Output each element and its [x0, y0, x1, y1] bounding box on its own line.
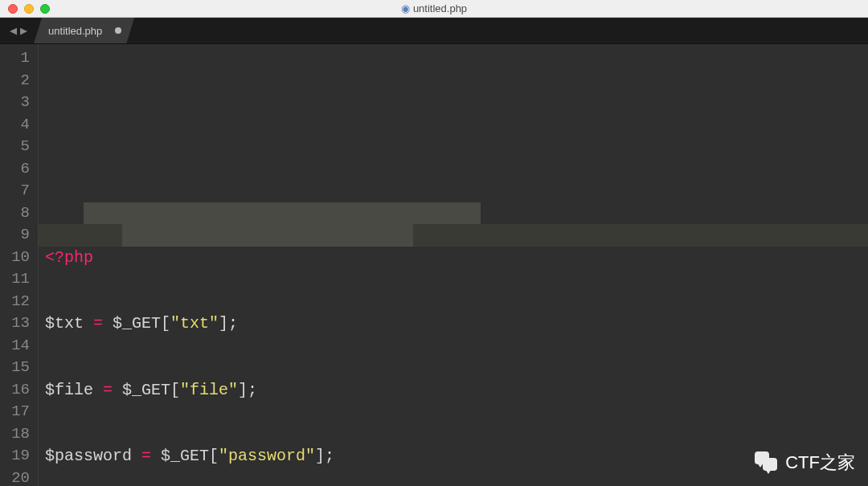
editor[interactable]: 1234567891011121314151617181920 <?php $t…: [0, 44, 868, 486]
line-number: 2: [0, 70, 30, 92]
line-number: 8: [0, 202, 30, 225]
line-number: 14: [0, 335, 30, 357]
nav-arrows: ◀ ▶: [0, 18, 37, 43]
line-number: 6: [0, 158, 30, 181]
line-number: 4: [0, 114, 30, 137]
dirty-indicator-icon: [115, 27, 121, 34]
minimize-window-button[interactable]: [24, 4, 34, 14]
nav-back-icon[interactable]: ◀: [10, 23, 17, 39]
line-number: 16: [0, 379, 30, 402]
tab-bar: ◀ ▶ untitled.php: [0, 18, 868, 44]
line-number: 12: [0, 291, 30, 313]
titlebar: ◉untitled.php: [0, 0, 868, 18]
selection-highlight-2: [122, 224, 413, 247]
maximize-window-button[interactable]: [40, 4, 50, 14]
line-number-gutter: 1234567891011121314151617181920: [0, 44, 39, 486]
line-number: 20: [0, 468, 30, 487]
wechat-icon: [755, 451, 779, 472]
tab-label: untitled.php: [48, 25, 102, 37]
tab-untitled[interactable]: untitled.php: [34, 18, 134, 43]
line-number: 10: [0, 247, 30, 269]
window-controls: [0, 4, 50, 14]
watermark: CTF之家: [755, 451, 855, 474]
line-number: 5: [0, 136, 30, 158]
code-line-4: $password = $_GET["password"];: [45, 445, 868, 468]
line-number: 15: [0, 357, 30, 379]
line-number: 19: [0, 445, 30, 468]
line-number: 7: [0, 180, 30, 202]
line-number: 1: [0, 47, 30, 70]
line-number: 9: [0, 224, 30, 247]
line-number: 13: [0, 312, 30, 335]
code-line-1: <?php: [45, 247, 868, 269]
code-line-3: $file = $_GET["file"];: [45, 379, 868, 402]
line-number: 11: [0, 268, 30, 291]
selection-highlight: [84, 202, 481, 225]
title-text: untitled.php: [413, 2, 467, 14]
code-line-2: $txt = $_GET["txt"];: [45, 312, 868, 335]
line-number: 17: [0, 401, 30, 423]
close-window-button[interactable]: [8, 4, 18, 14]
line-number: 3: [0, 92, 30, 114]
code-area[interactable]: <?php $txt = $_GET["txt"]; $file = $_GET…: [39, 44, 868, 486]
watermark-text: CTF之家: [785, 451, 855, 474]
line-number: 18: [0, 423, 30, 446]
window-title: ◉untitled.php: [0, 2, 868, 14]
nav-forward-icon[interactable]: ▶: [20, 23, 27, 39]
file-icon: ◉: [401, 2, 410, 14]
